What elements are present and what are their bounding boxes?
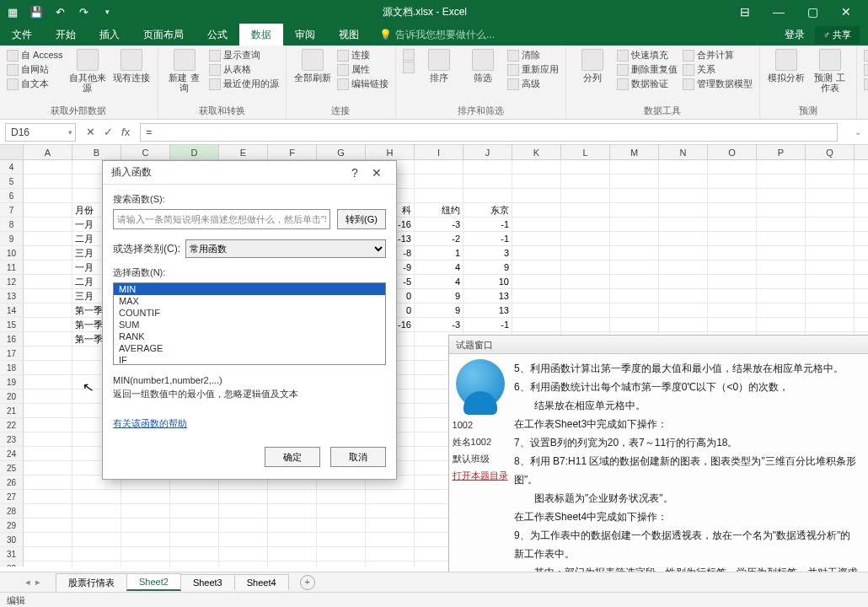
from-other-sources[interactable]: 自其他来源 bbox=[68, 49, 107, 93]
row-header[interactable]: 19 bbox=[0, 375, 24, 389]
cell-G27[interactable] bbox=[317, 490, 366, 503]
manage-model[interactable]: 管理数据模型 bbox=[683, 78, 753, 90]
cell-C31[interactable] bbox=[121, 547, 170, 561]
cell-M11[interactable] bbox=[610, 261, 659, 274]
row-header[interactable]: 11 bbox=[0, 261, 24, 274]
advanced-filter[interactable]: 高级 bbox=[507, 78, 559, 90]
cell-K14[interactable] bbox=[512, 304, 561, 317]
col-H[interactable]: H bbox=[366, 145, 415, 159]
cell-A5[interactable] bbox=[24, 175, 72, 188]
col-P[interactable]: P bbox=[757, 145, 806, 159]
cell-J8[interactable]: -1 bbox=[463, 218, 512, 231]
share-button[interactable]: ♂ 共享 bbox=[815, 26, 860, 44]
cell-Q12[interactable] bbox=[806, 275, 855, 288]
tab-formula[interactable]: 公式 bbox=[196, 24, 239, 46]
cell-K5[interactable] bbox=[512, 175, 561, 188]
cell-L7[interactable] bbox=[561, 203, 610, 217]
cell-Q15[interactable] bbox=[806, 318, 855, 331]
cell-Q6[interactable] bbox=[806, 189, 855, 202]
accept-formula-icon[interactable]: ✓ bbox=[104, 126, 113, 138]
cell-F29[interactable] bbox=[268, 518, 317, 532]
tab-view[interactable]: 视图 bbox=[327, 24, 371, 46]
filter[interactable]: 筛选 bbox=[463, 49, 502, 83]
from-text[interactable]: 自文本 bbox=[7, 78, 63, 90]
cell-C29[interactable] bbox=[121, 518, 170, 532]
sheet-nav-prev[interactable]: ◂ bbox=[25, 577, 30, 588]
row-header[interactable]: 7 bbox=[0, 203, 24, 217]
cell-O4[interactable] bbox=[708, 160, 757, 174]
cell-N10[interactable] bbox=[659, 246, 708, 260]
cell-I14[interactable]: 9 bbox=[415, 304, 463, 317]
ok-button[interactable]: 确定 bbox=[265, 447, 320, 467]
cell-I4[interactable] bbox=[415, 160, 463, 174]
cell-J13[interactable]: 13 bbox=[463, 289, 512, 303]
cell-A11[interactable] bbox=[24, 261, 72, 274]
undo-button[interactable]: ↶ bbox=[51, 3, 69, 21]
chevron-down-icon[interactable]: ▾ bbox=[68, 128, 72, 137]
cell-I15[interactable]: -3 bbox=[415, 318, 463, 331]
sort[interactable]: 排序 bbox=[420, 49, 458, 83]
tab-insert[interactable]: 插入 bbox=[88, 24, 131, 46]
cell-I6[interactable] bbox=[415, 189, 463, 202]
dialog-close-icon[interactable]: ✕ bbox=[366, 166, 388, 180]
row-header[interactable]: 18 bbox=[0, 361, 24, 374]
cell-M10[interactable] bbox=[610, 246, 659, 260]
cell-N7[interactable] bbox=[659, 203, 708, 217]
sort-za[interactable] bbox=[403, 62, 415, 73]
cell-O6[interactable] bbox=[708, 189, 757, 202]
cell-J6[interactable] bbox=[463, 189, 512, 202]
fn-item-average[interactable]: AVERAGE bbox=[114, 342, 385, 354]
cell-M13[interactable] bbox=[610, 289, 659, 303]
cell-K7[interactable] bbox=[512, 203, 561, 217]
group-rows[interactable]: 创建组 bbox=[864, 49, 868, 62]
col-D[interactable]: D bbox=[170, 145, 219, 159]
cell-B32[interactable] bbox=[72, 561, 121, 567]
cell-A12[interactable] bbox=[24, 275, 72, 288]
cancel-formula-icon[interactable]: ✕ bbox=[86, 126, 95, 138]
cell-D27[interactable] bbox=[170, 490, 219, 503]
cell-G31[interactable] bbox=[317, 547, 366, 561]
tell-me-search[interactable]: 💡告诉我您想要做什么... bbox=[379, 24, 495, 46]
cell-F32[interactable] bbox=[268, 561, 317, 567]
cell-O5[interactable] bbox=[708, 175, 757, 188]
cell-Q4[interactable] bbox=[806, 160, 855, 174]
row-header[interactable]: 13 bbox=[0, 289, 24, 303]
flash-fill[interactable]: 快速填充 bbox=[617, 49, 678, 62]
cell-H28[interactable] bbox=[366, 504, 415, 518]
cell-K11[interactable] bbox=[512, 261, 561, 274]
row-header[interactable]: 5 bbox=[0, 175, 24, 188]
from-web[interactable]: 自网站 bbox=[7, 63, 63, 76]
cell-N4[interactable] bbox=[659, 160, 708, 174]
cell-E28[interactable] bbox=[219, 504, 268, 518]
cell-B30[interactable] bbox=[72, 533, 121, 546]
cancel-button[interactable]: 取消 bbox=[330, 447, 386, 467]
row-header[interactable]: 20 bbox=[0, 389, 24, 403]
save-button[interactable]: 💾 bbox=[27, 3, 46, 21]
cell-G30[interactable] bbox=[317, 533, 366, 546]
function-help-link[interactable]: 有关该函数的帮助 bbox=[113, 417, 386, 430]
cell-L8[interactable] bbox=[561, 218, 610, 231]
ribbon-options-icon[interactable]: ⊟ bbox=[733, 5, 757, 19]
cell-A27[interactable] bbox=[24, 490, 72, 503]
data-validation[interactable]: 数据验证 bbox=[617, 78, 678, 90]
col-M[interactable]: M bbox=[610, 145, 659, 159]
recent-sources[interactable]: 最近使用的源 bbox=[209, 78, 279, 90]
cell-B27[interactable] bbox=[72, 490, 121, 503]
cell-D28[interactable] bbox=[170, 504, 219, 518]
cell-C30[interactable] bbox=[121, 533, 170, 546]
cell-N14[interactable] bbox=[659, 304, 708, 317]
row-header[interactable]: 31 bbox=[0, 547, 24, 561]
cell-A24[interactable] bbox=[24, 447, 72, 460]
row-header[interactable]: 4 bbox=[0, 160, 24, 174]
forecast-sheet[interactable]: 预测 工作表 bbox=[811, 49, 849, 93]
connections[interactable]: 连接 bbox=[337, 49, 388, 62]
cell-B31[interactable] bbox=[72, 547, 121, 561]
cell-H27[interactable] bbox=[366, 490, 415, 503]
fn-item-max[interactable]: MAX bbox=[114, 295, 385, 307]
cell-A9[interactable] bbox=[24, 232, 72, 245]
col-F[interactable]: F bbox=[268, 145, 317, 159]
cell-M8[interactable] bbox=[610, 218, 659, 231]
cell-G29[interactable] bbox=[317, 518, 366, 532]
subtotal[interactable]: 分类汇总 bbox=[864, 78, 868, 90]
tab-home[interactable]: 开始 bbox=[44, 24, 88, 46]
